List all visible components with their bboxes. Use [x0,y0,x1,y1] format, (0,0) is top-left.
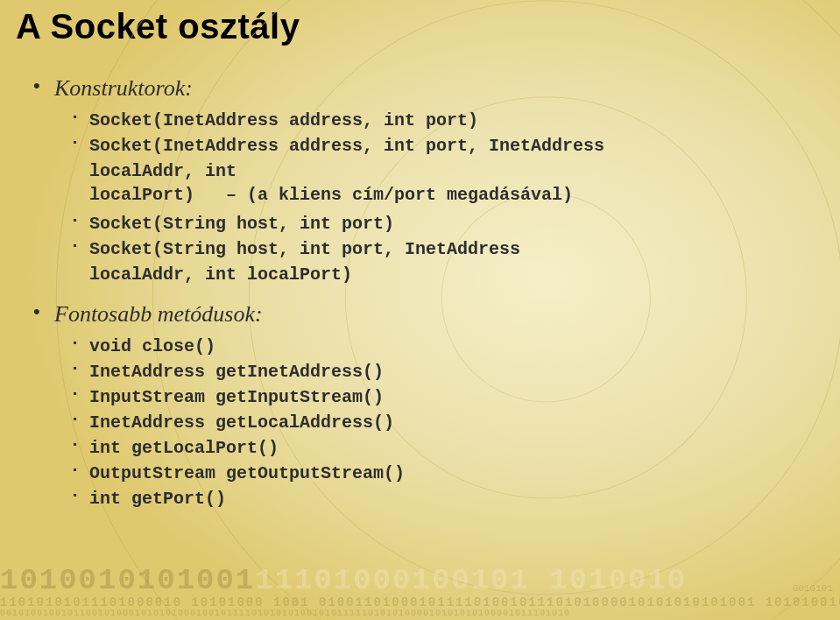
code-line: localAddr, int [89,159,805,183]
methods-heading: Fontosabb metódusok: [54,299,805,329]
list-item: Socket(String host, int port, InetAddres… [72,237,805,261]
list-item: InputStream getInputStream() [72,385,805,409]
section-methods: Fontosabb metódusok: void close() InetAd… [33,299,805,511]
section-constructors: Konstruktorok: Socket(InetAddress addres… [33,73,805,286]
list-item: Socket(String host, int port) [72,212,805,236]
code-line: localAddr, int localPort) [89,263,805,286]
code-line: Socket(String host, int port, InetAddres… [89,239,520,259]
list-item: void close() [72,335,805,358]
code-line: Socket(InetAddress address, int port, In… [89,136,604,156]
decoration-binary-small: 0010100100101100101000101010100010010111… [0,609,840,618]
list-item: InetAddress getInetAddress() [72,360,805,384]
decoration-binary-mid: 11010101011101000010 10101000 1001 01001… [0,595,840,609]
decoration-corner-bits: 0010101 [793,584,833,594]
body-content: Konstruktorok: Socket(InetAddress addres… [0,46,840,511]
page-title: A Socket osztály [0,0,840,46]
list-item: InetAddress getLocalAddress() [72,411,805,434]
code-line: localPort) – (a kliens cím/port megadásá… [89,183,805,207]
list-item: int getLocalPort() [72,436,805,460]
list-item: Socket(InetAddress address, int port, In… [72,134,805,158]
list-item: OutputStream getOutputStream() [72,461,805,485]
list-item: Socket(InetAddress address, int port) [72,109,805,132]
list-item: int getPort() [72,487,805,511]
constructors-heading: Konstruktorok: [54,73,805,103]
decoration-binary-big: 101001010100111101000100101 1010010 [0,564,840,597]
